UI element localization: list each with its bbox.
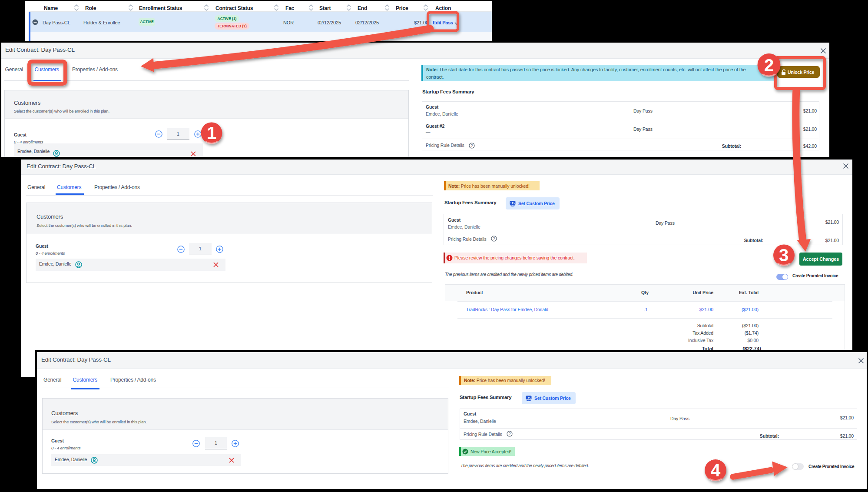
svg-text:2: 2 <box>764 56 774 75</box>
svg-text:1: 1 <box>207 123 216 143</box>
svg-text:3: 3 <box>779 246 788 265</box>
svg-text:4: 4 <box>711 461 721 480</box>
